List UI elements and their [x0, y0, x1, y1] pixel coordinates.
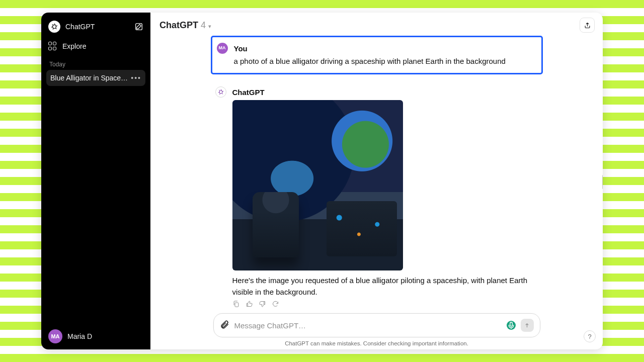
regenerate-icon[interactable]	[272, 300, 280, 308]
message-sender-label: ChatGPT	[232, 86, 529, 98]
share-icon	[584, 22, 591, 29]
app-name: ChatGPT	[65, 23, 95, 31]
main-pane: ChatGPT 4 ▾ MA You a photo of a blue all…	[150, 13, 603, 349]
model-name: ChatGPT	[159, 20, 198, 31]
top-bar: ChatGPT 4 ▾	[150, 13, 603, 36]
thumbs-down-icon[interactable]	[259, 300, 267, 308]
send-button[interactable]	[521, 319, 534, 332]
composer	[213, 313, 540, 337]
chatgpt-window: ChatGPT Explore Today Blue Alligator in …	[41, 13, 603, 349]
conversation-scroll: MA You a photo of a blue alligator drivi…	[150, 36, 603, 313]
disclaimer-text: ChatGPT can make mistakes. Consider chec…	[150, 337, 603, 348]
message-input[interactable]	[234, 321, 502, 330]
sidebar-user-row[interactable]: MA Maria D	[41, 323, 150, 349]
explore-label: Explore	[62, 42, 86, 50]
svg-rect-3	[235, 303, 238, 307]
user-avatar-icon: MA	[217, 43, 228, 54]
message-assistant: ChatGPT Here's the image you requested o…	[211, 79, 543, 314]
sidebar-section-label: Today	[46, 54, 145, 70]
assistant-message-text: Here's the image you requested of a blue…	[232, 275, 529, 298]
user-message-text: a photo of a blue alligator driving a sp…	[234, 55, 528, 67]
help-button[interactable]: ?	[584, 330, 596, 342]
message-sender-label: You	[234, 43, 528, 54]
app-logo-row[interactable]: ChatGPT	[48, 21, 95, 33]
assistant-avatar-icon	[215, 86, 226, 98]
chat-item-title: Blue Alligator in Spaceship	[50, 74, 131, 82]
new-chat-icon[interactable]	[134, 22, 143, 31]
attach-icon[interactable]	[220, 320, 229, 331]
composer-area: ChatGPT can make mistakes. Consider chec…	[150, 313, 603, 349]
chevron-down-icon: ▾	[208, 23, 211, 30]
copy-icon[interactable]	[232, 300, 240, 308]
chat-item-menu-icon[interactable]: •••	[131, 74, 141, 82]
generated-image[interactable]	[232, 100, 403, 270]
voice-mode-icon[interactable]	[507, 321, 516, 330]
user-name: Maria D	[67, 332, 92, 340]
sidebar: ChatGPT Explore Today Blue Alligator in …	[41, 13, 150, 349]
svg-point-2	[219, 90, 222, 93]
model-version: 4	[201, 20, 206, 31]
openai-logo-icon	[48, 21, 60, 33]
grid-icon	[48, 42, 57, 51]
sidebar-header: ChatGPT	[46, 18, 145, 36]
sidebar-chat-item[interactable]: Blue Alligator in Spaceship •••	[46, 70, 145, 86]
sidebar-item-explore[interactable]: Explore	[46, 39, 145, 54]
model-selector[interactable]: ChatGPT 4 ▾	[159, 20, 211, 31]
svg-point-0	[53, 25, 56, 29]
message-feedback-row	[232, 300, 529, 308]
thumbs-up-icon[interactable]	[246, 300, 254, 308]
sidebar-resize-handle[interactable]	[602, 174, 603, 190]
avatar: MA	[48, 329, 62, 343]
share-button[interactable]	[580, 18, 595, 33]
message-user: MA You a photo of a blue alligator drivi…	[211, 36, 543, 74]
